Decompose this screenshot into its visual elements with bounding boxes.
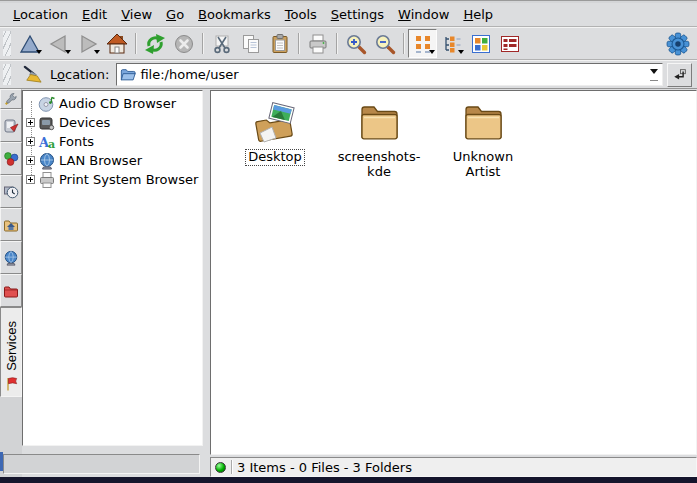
paste-icon: [269, 33, 291, 55]
menu-item[interactable]: Bookmarks: [191, 5, 278, 24]
file-item[interactable]: Unknown Artist: [435, 97, 531, 181]
file-item-label: Desktop: [245, 149, 305, 166]
stop-button[interactable]: [169, 29, 198, 58]
icon-view-button[interactable]: [408, 29, 437, 58]
expander-plus-icon[interactable]: [26, 156, 35, 165]
file-item-label: Unknown Artist: [435, 149, 531, 181]
tree-item-icon: [38, 152, 56, 170]
sidebar-tab-home-folder[interactable]: [0, 208, 22, 241]
location-bar-drag-handle[interactable]: [3, 64, 11, 85]
tree-item-icon: [38, 171, 56, 189]
multicolumn-view-button[interactable]: [466, 29, 495, 58]
tree-item-label: Audio CD Browser: [59, 96, 176, 111]
up-button[interactable]: [15, 29, 44, 58]
sidebar-tab-strip: Services: [0, 89, 22, 477]
cut-icon: [211, 33, 233, 55]
stop-icon: [173, 33, 195, 55]
toolbar-separator: [403, 33, 404, 54]
panel-splitter[interactable]: [203, 89, 210, 477]
menu-bar: LocationEditViewGoBookmarksToolsSettings…: [0, 3, 697, 27]
multicolumn-view-icon: [470, 33, 492, 55]
services-flag-icon: [3, 376, 19, 392]
sidebar-tab-services[interactable]: Services: [0, 307, 22, 397]
services-tree: Audio CD Browser Devices Fonts: [22, 90, 203, 446]
status-text: 3 Items - 0 Files - 3 Folders: [237, 460, 412, 475]
menu-item[interactable]: View: [114, 5, 159, 24]
tree-item[interactable]: LAN Browser: [23, 151, 202, 170]
status-led-icon: [215, 462, 226, 473]
combo-grip: [650, 80, 658, 81]
sidebar-tab-history[interactable]: [0, 175, 22, 208]
location-input[interactable]: file:/home/user: [116, 63, 663, 86]
blue-open-folder-icon: [120, 67, 136, 83]
content-area: Services Audio CD Browser: [0, 89, 697, 477]
menu-item[interactable]: Tools: [278, 5, 324, 24]
desktop-background-sliver: [0, 452, 3, 471]
tree-view-button[interactable]: [437, 29, 466, 58]
clear-location-button[interactable]: [19, 62, 45, 88]
broom-icon: [22, 64, 43, 85]
zoom-out-icon: [374, 33, 396, 55]
location-value: file:/home/user: [140, 67, 641, 82]
sidebar-tab-bookmarks[interactable]: [0, 109, 22, 142]
menu-item[interactable]: Location: [6, 5, 75, 24]
zoom-out-button[interactable]: [370, 29, 399, 58]
reload-button[interactable]: [140, 29, 169, 58]
status-separator: [231, 460, 232, 474]
tree-item[interactable]: Fonts: [23, 132, 202, 151]
sidebar-tab-network[interactable]: [0, 241, 22, 274]
file-item[interactable]: Desktop: [227, 97, 323, 166]
forward-button[interactable]: [73, 29, 102, 58]
tree-item[interactable]: Print System Browser: [23, 170, 202, 189]
location-label: Location:: [50, 67, 109, 82]
sidebar-tab-root-folder[interactable]: [0, 274, 22, 307]
konqueror-window: LocationEditViewGoBookmarksToolsSettings…: [0, 0, 697, 483]
toolbar-drag-handle[interactable]: [3, 31, 11, 56]
sidebar-panel: Audio CD Browser Devices Fonts: [22, 89, 203, 477]
expander-plus-icon[interactable]: [26, 118, 35, 127]
file-item-icon: [251, 97, 299, 145]
enter-arrow-icon: [672, 67, 688, 83]
forward-dropdown-arrow-icon: [94, 50, 100, 57]
zoom-in-button[interactable]: [341, 29, 370, 58]
file-item[interactable]: screenshots-kde: [331, 97, 427, 181]
file-item-icon: [355, 97, 403, 145]
kde-gear-icon: [666, 32, 690, 56]
copy-button[interactable]: [236, 29, 265, 58]
menu-item[interactable]: Window: [391, 5, 456, 24]
tree-view-dropdown-arrow-icon: [458, 50, 464, 57]
back-button[interactable]: [44, 29, 73, 58]
location-dropdown-button[interactable]: [645, 64, 662, 85]
detailed-list-view-button[interactable]: [495, 29, 524, 58]
tree-item-label: Fonts: [59, 134, 94, 149]
expander-plus-icon[interactable]: [26, 175, 35, 184]
tree-item[interactable]: Devices: [23, 113, 202, 132]
home-button[interactable]: [102, 29, 131, 58]
kde-gear-button[interactable]: [663, 29, 693, 59]
up-dropdown-arrow-icon: [36, 50, 42, 57]
tree-item-label: Devices: [59, 115, 110, 130]
tree-item-icon: [38, 133, 56, 151]
status-bar: 3 Items - 0 Files - 3 Folders: [210, 457, 697, 477]
bookmarks-icon: [3, 118, 19, 134]
sidebar-progress-bar: [3, 454, 200, 474]
menu-item[interactable]: Go: [159, 5, 191, 24]
menu-item[interactable]: Help: [456, 5, 500, 24]
go-button[interactable]: [667, 63, 692, 87]
expander-plus-icon[interactable]: [26, 137, 35, 146]
menu-item[interactable]: Edit: [75, 5, 114, 24]
cut-button[interactable]: [207, 29, 236, 58]
toolbar-separator: [298, 33, 299, 54]
tree-item-icon: [38, 114, 56, 132]
root-folder-icon: [3, 283, 19, 299]
sidebar-configure-button[interactable]: [0, 89, 22, 109]
zoom-in-icon: [345, 33, 367, 55]
tree-item[interactable]: Audio CD Browser: [23, 94, 202, 113]
window-bottom-edge: [0, 477, 697, 483]
file-icon-view[interactable]: Desktop screenshots-kde Unknown Artist: [210, 90, 697, 455]
menu-item[interactable]: Settings: [324, 5, 391, 24]
print-button[interactable]: [303, 29, 332, 58]
main-panel: Desktop screenshots-kde Unknown Artist: [210, 89, 697, 477]
paste-button[interactable]: [265, 29, 294, 58]
sidebar-tab-devices[interactable]: [0, 142, 22, 175]
